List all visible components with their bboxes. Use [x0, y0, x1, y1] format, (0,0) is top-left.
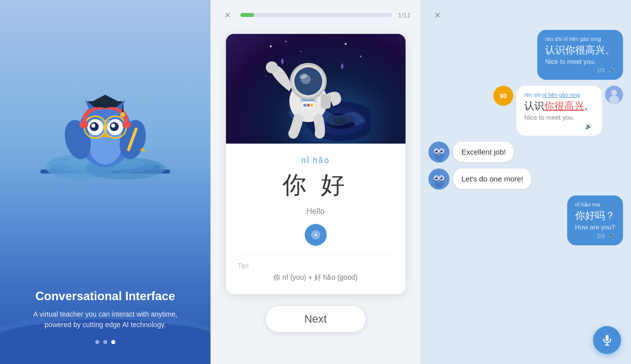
chat-close-button[interactable]: × — [430, 8, 444, 22]
svg-point-24 — [111, 124, 115, 128]
svg-point-54 — [266, 61, 278, 73]
svg-point-62 — [314, 234, 317, 236]
panel-flashcard: × 1/11 — [210, 0, 421, 364]
msg1-chinese: 认识你很高兴。 — [545, 43, 615, 57]
svg-point-64 — [611, 90, 617, 96]
msg2-meta: 🔊 — [524, 123, 594, 130]
msg5-meta: 2/3 🔊 — [575, 233, 615, 239]
msg1-translation: Nice to meet you. — [545, 58, 615, 65]
svg-point-58 — [307, 104, 310, 107]
svg-rect-27 — [122, 121, 131, 128]
svg-point-39 — [265, 76, 266, 77]
svg-point-23 — [91, 124, 95, 128]
owl-avatar-3 — [428, 142, 449, 163]
progress-fill — [240, 13, 254, 17]
svg-point-59 — [310, 104, 313, 107]
owl-avatar-4 — [428, 169, 449, 189]
panel-conversational: Conversational Interface A virtual teach… — [0, 0, 210, 364]
chat-message-5: nǐ hǎo ma 你好吗？ How are you? 2/3 🔊 — [428, 195, 623, 245]
panel-chat: × rèn shi nǐ hěn gāo xìng 认识你很高兴。 Nice t… — [421, 0, 631, 364]
progress-text: 1/11 — [398, 11, 411, 19]
flashcard-pinyin: nǐ hǎo — [301, 156, 330, 165]
chat-message-3: Excellent job! — [428, 142, 623, 163]
bot-bubble-1: rèn shi nǐ hěn gāo xìng 认识你很高兴。 Nice to … — [537, 30, 623, 80]
dot-1[interactable] — [95, 340, 99, 344]
dot-3[interactable] — [111, 340, 115, 344]
bot-bubble-3: Excellent job! — [453, 142, 514, 162]
flashcard-breakdown: 你 nǐ (you) + 好 hǎo (good) — [273, 273, 357, 282]
svg-point-81 — [435, 177, 436, 179]
user-bubble: rèn shi nǐ hěn gāo xìng 认识你很高兴。 Nice to … — [516, 86, 602, 136]
svg-marker-40 — [281, 58, 284, 65]
panel1-description: A virtual teacher you can interact with … — [30, 309, 180, 330]
msg3-text: Excellent job! — [461, 148, 506, 156]
flashcard-card: nǐ hǎo 你 好 Hello Tips 你 nǐ (you) + 好 hǎo… — [226, 34, 406, 294]
svg-point-82 — [440, 177, 441, 179]
svg-point-35 — [285, 41, 286, 42]
panel1-title: Conversational Interface — [30, 289, 180, 303]
svg-point-31 — [120, 112, 125, 117]
flashcard-header: × 1/11 — [210, 0, 421, 30]
flashcard-translation: Hello — [306, 207, 324, 216]
msg5-translation: How are you? — [575, 223, 615, 231]
user-message-wrapper: 90 rèn shi nǐ hěn gāo xìng 认识你很高兴。 Nice … — [493, 86, 623, 136]
divider — [238, 254, 394, 254]
msg5-chinese: 你好吗？ — [575, 209, 615, 222]
msg1-pinyin: rèn shi nǐ hěn gāo xìng — [545, 36, 615, 42]
panel1-text-content: Conversational Interface A virtual teach… — [30, 284, 180, 344]
svg-point-73 — [440, 150, 441, 152]
mic-button[interactable] — [593, 326, 621, 354]
svg-rect-26 — [79, 121, 88, 128]
msg2-pinyin: rèn shi nǐ hěn gāo xìng — [524, 92, 594, 98]
audio-button[interactable] — [305, 224, 327, 246]
chat-message-2: 90 rèn shi nǐ hěn gāo xìng 认识你很高兴。 Nice … — [428, 86, 623, 136]
svg-rect-55 — [321, 94, 331, 109]
close-button[interactable]: × — [220, 8, 234, 22]
chat-messages: rèn shi nǐ hěn gāo xìng 认识你很高兴。 Nice to … — [421, 30, 631, 364]
svg-point-65 — [609, 96, 619, 104]
chat-header: × — [421, 0, 631, 30]
flashcard-image — [226, 34, 406, 144]
score-badge: 90 — [493, 86, 513, 106]
chat-message-4: Let's do one more! — [428, 169, 623, 189]
user-avatar — [605, 86, 623, 104]
owl-illustration — [35, 30, 175, 201]
svg-point-57 — [303, 104, 306, 107]
msg2-chinese: 认识你很高兴。 — [524, 99, 594, 113]
tip-label: Tips — [238, 262, 249, 269]
bot-bubble-4: Let's do one more! — [453, 169, 531, 189]
svg-point-36 — [300, 51, 301, 52]
msg1-meta: 1/3 🔊 — [545, 67, 615, 74]
msg5-pinyin: nǐ hǎo ma — [575, 201, 615, 208]
svg-marker-41 — [341, 63, 344, 70]
bot-bubble-5: nǐ hǎo ma 你好吗？ How are you? 2/3 🔊 — [567, 195, 623, 245]
svg-point-38 — [360, 56, 361, 57]
flashcard-body: nǐ hǎo 你 好 Hello Tips 你 nǐ (you) + 好 hǎo… — [226, 144, 406, 294]
flashcard-chinese: 你 好 — [282, 169, 349, 201]
chat-message-1: rèn shi nǐ hěn gāo xìng 认识你很高兴。 Nice to … — [428, 30, 623, 80]
progress-bar — [240, 13, 392, 17]
msg2-translation: Nice to meet you. — [524, 114, 594, 121]
svg-rect-84 — [606, 335, 609, 341]
pagination-dots — [95, 340, 115, 344]
dot-2[interactable] — [103, 340, 107, 344]
svg-point-37 — [345, 43, 347, 45]
next-button[interactable]: Next — [266, 306, 366, 332]
svg-point-72 — [435, 150, 436, 152]
svg-point-34 — [270, 45, 272, 47]
msg4-text: Let's do one more! — [461, 175, 523, 183]
